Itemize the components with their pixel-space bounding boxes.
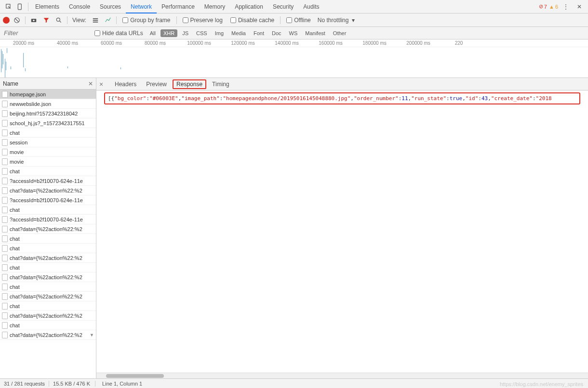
- request-row[interactable]: chat: [0, 244, 96, 253]
- file-icon: [2, 120, 8, 127]
- tab-console[interactable]: Console: [64, 0, 95, 13]
- request-count: 31 / 281 requests: [4, 381, 45, 387]
- device-toggle-icon[interactable]: [14, 1, 26, 13]
- record-button[interactable]: [3, 17, 10, 24]
- request-row[interactable]: chat: [0, 321, 96, 330]
- detail-tab-response[interactable]: Response: [173, 79, 206, 89]
- detail-tab-headers[interactable]: Headers: [111, 80, 140, 89]
- request-row[interactable]: ?accessId=b2f10070-624e-11e: [0, 195, 96, 205]
- request-name: ?accessId=b2f10070-624e-11e: [10, 197, 83, 203]
- request-row[interactable]: session: [0, 138, 96, 147]
- svg-point-5: [56, 18, 60, 21]
- error-count[interactable]: ⊘ 7: [539, 3, 547, 10]
- warning-count[interactable]: ▲ 6: [549, 4, 558, 10]
- request-name: chat: [10, 246, 20, 251]
- request-row[interactable]: chat: [0, 128, 96, 138]
- request-name: homepage.json: [10, 91, 46, 97]
- request-row[interactable]: chat?data={%22action%22:%2: [0, 224, 96, 234]
- horizontal-scrollbar[interactable]: [96, 373, 588, 378]
- disable-cache-checkbox[interactable]: Disable cache: [230, 17, 274, 24]
- request-row[interactable]: ?accessId=b2f10070-624e-11e: [0, 176, 96, 186]
- detail-tab-timing[interactable]: Timing: [208, 80, 233, 89]
- more-icon[interactable]: ⋮: [560, 1, 572, 13]
- tab-network[interactable]: Network: [126, 0, 157, 13]
- preserve-log-checkbox[interactable]: Preserve log: [183, 17, 223, 24]
- tab-memory[interactable]: Memory: [200, 0, 230, 13]
- filter-icon[interactable]: [41, 15, 52, 26]
- tab-audits[interactable]: Audits: [298, 0, 324, 13]
- tab-performance[interactable]: Performance: [157, 0, 200, 13]
- tab-elements[interactable]: Elements: [30, 0, 64, 13]
- request-row[interactable]: chat?data={%22action%22:%2▼: [0, 330, 96, 340]
- separator: [280, 16, 281, 24]
- request-row[interactable]: school_hj.js?_=1572342317551: [0, 118, 96, 128]
- clear-icon[interactable]: [12, 15, 22, 26]
- filter-chip-media[interactable]: Media: [228, 29, 249, 37]
- filter-bar: Hide data URLs AllXHRJSCSSImgMediaFontDo…: [0, 27, 588, 39]
- request-row[interactable]: beijing.html?1572342318042: [0, 109, 96, 118]
- close-detail-icon[interactable]: ×: [99, 80, 108, 88]
- tab-sources[interactable]: Sources: [95, 0, 126, 13]
- transfer-size: 15.5 KB / 476 K: [53, 381, 90, 387]
- tab-application[interactable]: Application: [230, 0, 268, 13]
- request-row[interactable]: movie: [0, 147, 96, 157]
- camera-icon[interactable]: [28, 15, 39, 26]
- filter-chip-js[interactable]: JS: [179, 29, 191, 37]
- request-name: chat: [10, 236, 20, 242]
- request-row[interactable]: chat: [0, 301, 96, 311]
- request-list[interactable]: homepage.jsonnewwebslide.jsonbeijing.htm…: [0, 90, 96, 378]
- request-name: chat?data={%22action%22:%2: [10, 274, 82, 280]
- request-row[interactable]: chat?data={%22action%22:%2: [0, 292, 96, 301]
- hide-data-urls-checkbox[interactable]: Hide data URLs: [94, 30, 143, 37]
- filter-chip-all[interactable]: All: [147, 29, 159, 37]
- timeline-tick: 180000 ms: [362, 40, 386, 46]
- main-split: Name ✕ homepage.jsonnewwebslide.jsonbeij…: [0, 78, 588, 378]
- request-row[interactable]: homepage.json: [0, 90, 96, 99]
- filter-chip-manifest[interactable]: Manifest: [302, 29, 328, 37]
- inspect-icon[interactable]: [3, 1, 14, 13]
- tab-security[interactable]: Security: [268, 0, 298, 13]
- filter-chip-ws[interactable]: WS: [286, 29, 301, 37]
- close-sidebar-icon[interactable]: ✕: [88, 80, 93, 87]
- request-row[interactable]: chat?data={%22action%22:%2: [0, 253, 96, 263]
- file-icon: [2, 149, 8, 155]
- network-toolbar: View: Group by frame Preserve log Disabl…: [0, 13, 588, 27]
- close-icon[interactable]: ✕: [574, 1, 585, 13]
- name-column-header[interactable]: Name: [3, 80, 18, 87]
- filter-chip-img[interactable]: Img: [212, 29, 227, 37]
- file-icon: [2, 312, 8, 319]
- throttling-select[interactable]: No throttling ▾: [318, 17, 355, 24]
- view-list-icon[interactable]: [90, 15, 101, 26]
- view-waterfall-icon[interactable]: [103, 15, 113, 26]
- file-icon: [2, 284, 8, 290]
- svg-rect-6: [93, 18, 98, 19]
- offline-checkbox[interactable]: Offline: [286, 17, 310, 24]
- request-row[interactable]: chat?data={%22action%22:%2: [0, 186, 96, 195]
- request-row[interactable]: chat: [0, 263, 96, 272]
- filter-chip-css[interactable]: CSS: [193, 29, 210, 37]
- timeline-overview[interactable]: 20000 ms40000 ms60000 ms80000 ms100000 m…: [0, 39, 588, 78]
- request-row[interactable]: movie: [0, 157, 96, 167]
- group-by-frame-checkbox[interactable]: Group by frame: [122, 17, 170, 24]
- request-name: chat: [10, 303, 20, 309]
- filter-input[interactable]: [0, 29, 92, 37]
- filter-chip-xhr[interactable]: XHR: [160, 29, 177, 37]
- request-row[interactable]: chat: [0, 205, 96, 215]
- file-icon: [2, 178, 8, 184]
- search-icon[interactable]: [53, 15, 64, 26]
- request-row[interactable]: chat?data={%22action%22:%2: [0, 311, 96, 321]
- request-row[interactable]: newwebslide.json: [0, 99, 96, 109]
- chevron-down-icon: ▼: [90, 333, 94, 337]
- filter-chip-other[interactable]: Other: [330, 29, 349, 37]
- timeline-tick: 20000 ms: [13, 40, 34, 46]
- filter-chip-font[interactable]: Font: [251, 29, 267, 37]
- request-row[interactable]: ?accessId=b2f10070-624e-11e: [0, 215, 96, 224]
- request-name: movie: [10, 149, 24, 155]
- request-row[interactable]: chat: [0, 234, 96, 244]
- response-content[interactable]: [{"bg_color":"#06003E","image_path":"hom…: [104, 92, 580, 104]
- request-row[interactable]: chat: [0, 167, 96, 176]
- detail-tab-preview[interactable]: Preview: [142, 80, 171, 89]
- request-row[interactable]: chat?data={%22action%22:%2: [0, 272, 96, 282]
- filter-chip-doc[interactable]: Doc: [269, 29, 284, 37]
- request-row[interactable]: chat: [0, 282, 96, 292]
